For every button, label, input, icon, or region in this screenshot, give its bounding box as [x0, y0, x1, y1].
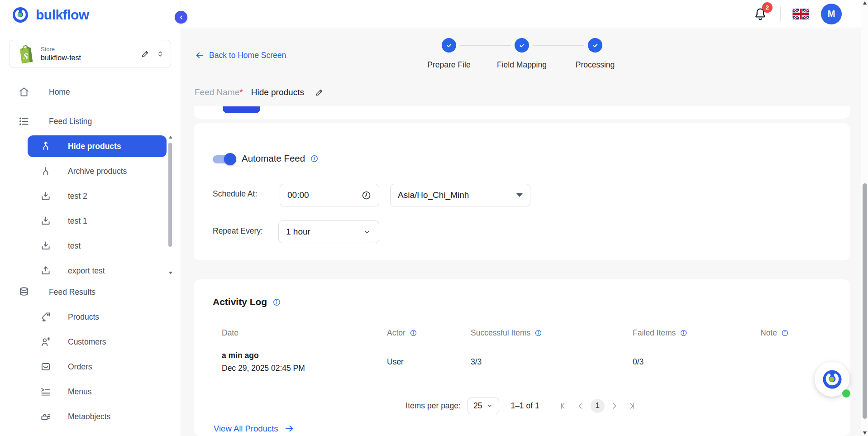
edit-store-icon[interactable] — [141, 49, 150, 58]
relative-time: a min ago — [222, 351, 387, 360]
step-label-field-mapping: Field Mapping — [492, 60, 551, 70]
sidebar-item-label: test 2 — [68, 192, 87, 201]
sidebar-item-test-1[interactable]: test 1 — [40, 211, 87, 231]
user-avatar[interactable]: M — [821, 4, 842, 24]
info-icon[interactable] — [310, 154, 319, 163]
schedule-time-input[interactable]: 00:00 — [280, 184, 379, 206]
bulkflow-chat-logo-icon — [821, 369, 843, 390]
brand-logo[interactable]: bulkflow — [11, 5, 89, 24]
column-header-failed-items: Failed Items — [633, 328, 760, 338]
export-icon — [40, 265, 52, 277]
sidebar-item-metaobjects[interactable]: Metaobjects — [40, 407, 110, 426]
edit-feed-name-icon[interactable] — [315, 88, 324, 97]
column-header-note: Note — [760, 328, 832, 338]
sidebar-item-menus[interactable]: Menus — [40, 382, 92, 402]
repeat-every-select[interactable]: 1 hour — [278, 220, 379, 243]
pagination-bar: Items per page: 25 1–1 of 1 1 — [194, 393, 850, 418]
scroll-up-arrow-icon[interactable] — [863, 1, 867, 5]
scroll-up-arrow-icon[interactable] — [169, 136, 172, 139]
sidebar-item-feed-listing[interactable]: Feed Listing — [18, 111, 92, 131]
items-per-page-select[interactable]: 25 — [467, 398, 499, 414]
info-icon[interactable] — [272, 298, 281, 307]
page-number-button[interactable]: 1 — [591, 399, 605, 413]
home-icon — [18, 86, 30, 98]
timezone-value: Asia/Ho_Chi_Minh — [398, 190, 469, 200]
check-icon — [518, 42, 526, 49]
required-asterisk: * — [239, 87, 243, 97]
previous-page-button[interactable] — [574, 399, 587, 412]
database-icon — [18, 286, 30, 298]
scrolled-card-partial — [194, 106, 850, 119]
sidebar-item-home[interactable]: Home — [18, 82, 70, 102]
store-card[interactable]: S Store bulkflow-test — [9, 40, 171, 68]
sidebar-item-label: Hide products — [68, 142, 121, 151]
pagination-divider — [194, 391, 850, 391]
sidebar-item-test-2[interactable]: test 2 — [40, 186, 87, 206]
notifications-button[interactable]: 2 — [753, 6, 768, 22]
activity-log-title: Activity Log — [213, 297, 267, 307]
sidebar-item-orders[interactable]: Orders — [40, 357, 92, 377]
window-scrollbar-thumb[interactable] — [863, 183, 867, 419]
sidebar-item-label: test — [68, 241, 81, 251]
automate-feed-toggle[interactable] — [213, 153, 236, 166]
info-icon[interactable] — [534, 329, 542, 337]
store-name: bulkflow-test — [41, 54, 135, 62]
user-plus-icon — [40, 336, 52, 348]
sidebar-item-archive-products[interactable]: Archive products — [40, 161, 127, 181]
sidebar-item-products[interactable]: Products — [40, 307, 99, 327]
sidebar-item-export-test[interactable]: export test — [40, 261, 105, 281]
sidebar-item-label: Customers — [68, 337, 106, 347]
back-to-home-link[interactable]: Back to Home Screen — [195, 50, 286, 60]
sidebar-item-hide-products[interactable]: Hide products — [28, 135, 167, 157]
sidebar-item-feed-results[interactable]: Feed Results — [18, 282, 95, 302]
sidebar-item-label: Home — [49, 87, 70, 97]
sidebar-item-customers[interactable]: Customers — [40, 332, 106, 352]
step-check-field-mapping — [515, 38, 529, 53]
window-scrollbar[interactable] — [861, 0, 868, 436]
sidebar-item-label: export test — [68, 266, 105, 276]
language-flag-icon[interactable] — [792, 9, 809, 19]
cell-actor: User — [387, 357, 471, 367]
view-all-products-label: View All Products — [214, 424, 278, 434]
top-bar: 2 M — [181, 0, 868, 28]
activity-log-header-row: Date Actor Successful Items Failed Items… — [222, 324, 832, 342]
chat-widget-button[interactable] — [815, 362, 849, 397]
feed-name-value: Hide products — [251, 87, 304, 97]
scroll-down-arrow-icon[interactable] — [863, 431, 867, 435]
arrow-left-icon — [195, 50, 205, 60]
partial-button[interactable] — [223, 106, 260, 113]
view-all-products-link[interactable]: View All Products — [214, 423, 295, 434]
activity-log-row: a min ago Dec 29, 2025 02:45 PM User 3/3… — [222, 351, 832, 373]
schedule-time-value: 00:00 — [287, 190, 309, 200]
repeat-every-value: 1 hour — [286, 227, 310, 237]
tag-plus-icon — [40, 311, 52, 323]
sidebar: bulkflow S Store bulkflow-test Home — [0, 0, 181, 436]
last-page-button[interactable] — [625, 399, 638, 412]
sidebar-item-test[interactable]: test — [40, 236, 81, 256]
sidebar-collapse-button[interactable] — [175, 11, 187, 24]
clock-icon[interactable] — [361, 190, 372, 201]
schedule-at-label: Schedule At: — [213, 189, 257, 199]
sidebar-item-label: Archive products — [68, 167, 127, 176]
metaobjects-icon — [40, 411, 52, 422]
menu-lines-icon — [40, 386, 52, 398]
info-icon[interactable] — [781, 329, 789, 337]
next-page-button[interactable] — [608, 399, 621, 412]
switch-store-icon[interactable] — [156, 49, 164, 58]
check-icon — [445, 42, 453, 49]
timezone-select[interactable]: Asia/Ho_Chi_Minh — [390, 184, 530, 206]
info-icon[interactable] — [410, 329, 417, 337]
check-icon — [591, 42, 599, 49]
chevron-down-icon — [362, 227, 372, 236]
scroll-down-arrow-icon[interactable] — [169, 272, 172, 274]
step-check-prepare-file — [442, 38, 456, 53]
pagination-range: 1–1 of 1 — [510, 401, 539, 411]
first-page-button[interactable] — [557, 399, 571, 412]
sidebar-scrollbar-thumb[interactable] — [168, 143, 172, 247]
stepper-connector — [533, 45, 584, 46]
automate-feed-label: Automate Feed — [242, 153, 305, 164]
info-icon[interactable] — [680, 329, 687, 337]
step-label-processing: Processing — [568, 60, 622, 70]
sidebar-scrollbar[interactable] — [168, 135, 173, 277]
sidebar-item-label: Metaobjects — [68, 412, 110, 422]
